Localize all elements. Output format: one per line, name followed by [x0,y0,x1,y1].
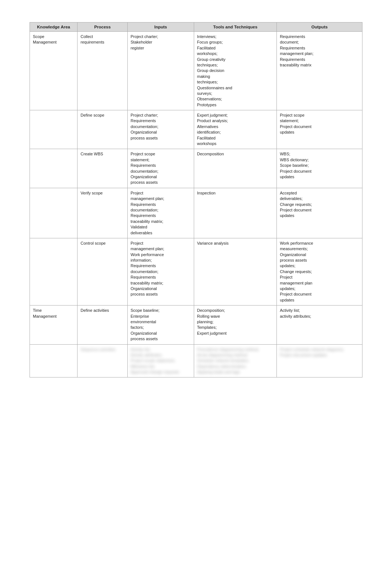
cell-inputs: Project management plan; Work performanc… [127,238,194,305]
table-row: Control scopeProject management plan; Wo… [30,238,362,305]
cell-knowledge-area [30,344,78,377]
cell-tools: Decomposition [194,149,276,188]
table-row: Create WBSProject scope statement; Requi… [30,149,362,188]
cell-process: Create WBS [78,149,127,188]
cell-outputs: Project schedule network diagrams; Proje… [277,344,362,377]
cell-inputs: Project management plan; Requirements do… [127,188,194,238]
cell-process: Collect requirements [78,32,127,110]
cell-tools: Inspection [194,188,276,238]
table-row: Time ManagementDefine activitiesScope ba… [30,306,362,344]
cell-inputs: Project scope statement; Requirements do… [127,149,194,188]
table-row: Scope ManagementCollect requirementsProj… [30,32,362,110]
knowledge-area-table: Knowledge Area Process Inputs Tools and … [30,22,362,377]
cell-outputs: Activity list; activity attributes; [277,306,362,344]
cell-process: Define scope [78,110,127,149]
table-row: Sequence activitiesActivity list; Activi… [30,344,362,377]
cell-process: Control scope [78,238,127,305]
col-header-tools: Tools and Techniques [194,23,276,32]
table-row: Define scopeProject charter; Requirement… [30,110,362,149]
cell-knowledge-area [30,110,78,149]
cell-tools: Precedence diagramming method; Arrow dia… [194,344,276,377]
cell-process: Verify scope [78,188,127,238]
cell-knowledge-area [30,238,78,305]
cell-knowledge-area [30,188,78,238]
cell-tools: Variance analysis [194,238,276,305]
cell-inputs: Scope baseline; Enterprise environmental… [127,306,194,344]
cell-outputs: WBS; WBS dictionary; Scope baseline; Pro… [277,149,362,188]
cell-inputs: Project charter; Stakeholder register [127,32,194,110]
cell-outputs: Project scope statement; Project documen… [277,110,362,149]
cell-outputs: Accepted deliverables; Change requests; … [277,188,362,238]
table-header-row: Knowledge Area Process Inputs Tools and … [30,23,362,32]
cell-knowledge-area [30,149,78,188]
col-header-outputs: Outputs [277,23,362,32]
cell-knowledge-area: Scope Management [30,32,78,110]
cell-inputs: Activity list; Activity attributes; Proj… [127,344,194,377]
cell-process: Define activities [78,306,127,344]
cell-knowledge-area: Time Management [30,306,78,344]
cell-outputs: Work performance measurements; Organizat… [277,238,362,305]
col-header-process: Process [78,23,127,32]
cell-tools: Expert judgment; Product analysis; Alter… [194,110,276,149]
col-header-inputs: Inputs [127,23,194,32]
cell-process: Sequence activities [78,344,127,377]
page: Knowledge Area Process Inputs Tools and … [0,0,392,576]
cell-tools: Interviews; Focus groups; Facilitated wo… [194,32,276,110]
cell-tools: Decomposition; Rolling wave planning; Te… [194,306,276,344]
table-row: Verify scopeProject management plan; Req… [30,188,362,238]
col-header-knowledge-area: Knowledge Area [30,23,78,32]
cell-outputs: Requirements document; Requirements mana… [277,32,362,110]
cell-inputs: Project charter; Requirements documentat… [127,110,194,149]
